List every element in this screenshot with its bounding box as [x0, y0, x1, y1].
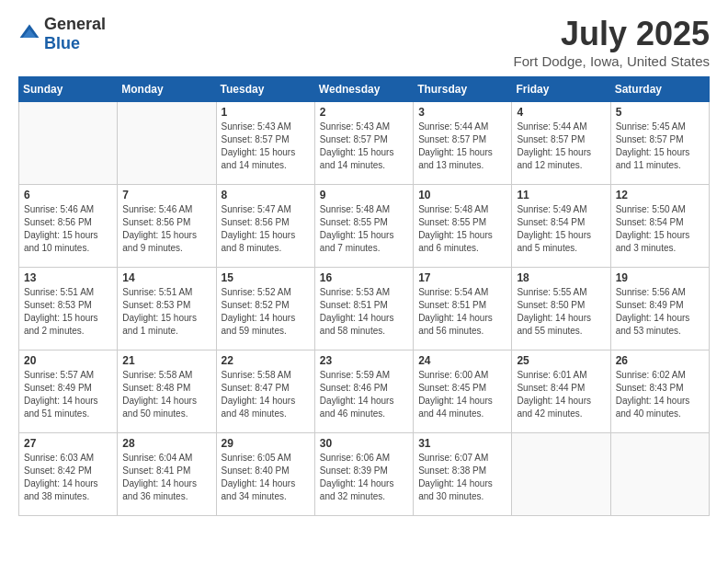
day-info: Sunrise: 5:48 AMSunset: 8:55 PMDaylight:… — [320, 203, 408, 255]
col-sunday: Sunday — [19, 77, 118, 102]
day-number: 26 — [616, 354, 704, 367]
day-info: Sunrise: 5:51 AMSunset: 8:53 PMDaylight:… — [24, 286, 112, 338]
day-info: Sunrise: 5:51 AMSunset: 8:53 PMDaylight:… — [122, 286, 210, 338]
day-number: 18 — [517, 271, 605, 284]
calendar-week-row: 20Sunrise: 5:57 AMSunset: 8:49 PMDayligh… — [19, 350, 710, 433]
main-title: July 2025 — [514, 15, 710, 53]
day-info: Sunrise: 5:58 AMSunset: 8:48 PMDaylight:… — [122, 369, 210, 420]
logo-general: General — [44, 15, 106, 33]
day-number: 16 — [320, 271, 408, 284]
day-number: 4 — [517, 106, 605, 119]
day-info: Sunrise: 5:46 AMSunset: 8:56 PMDaylight:… — [24, 203, 112, 255]
table-row: 29Sunrise: 6:05 AMSunset: 8:40 PMDayligh… — [216, 433, 314, 516]
day-number: 31 — [418, 437, 506, 450]
day-info: Sunrise: 5:57 AMSunset: 8:49 PMDaylight:… — [24, 369, 112, 420]
table-row: 3Sunrise: 5:44 AMSunset: 8:57 PMDaylight… — [414, 102, 512, 185]
day-number: 22 — [222, 354, 310, 367]
day-info: Sunrise: 6:06 AMSunset: 8:39 PMDaylight:… — [320, 452, 408, 503]
col-wednesday: Wednesday — [314, 77, 413, 102]
table-row: 25Sunrise: 6:01 AMSunset: 8:44 PMDayligh… — [512, 350, 610, 433]
logo: General Blue — [18, 15, 106, 53]
col-monday: Monday — [118, 77, 216, 102]
day-info: Sunrise: 5:43 AMSunset: 8:57 PMDaylight:… — [320, 121, 408, 172]
day-info: Sunrise: 6:04 AMSunset: 8:41 PMDaylight:… — [122, 452, 210, 503]
table-row — [118, 102, 216, 185]
day-info: Sunrise: 5:46 AMSunset: 8:56 PMDaylight:… — [122, 203, 210, 255]
table-row: 2Sunrise: 5:43 AMSunset: 8:57 PMDaylight… — [314, 102, 413, 185]
day-info: Sunrise: 5:43 AMSunset: 8:57 PMDaylight:… — [222, 121, 310, 172]
logo-icon — [18, 23, 40, 45]
day-info: Sunrise: 6:03 AMSunset: 8:42 PMDaylight:… — [24, 452, 112, 503]
col-tuesday: Tuesday — [216, 77, 314, 102]
table-row: 26Sunrise: 6:02 AMSunset: 8:43 PMDayligh… — [610, 350, 709, 433]
table-row: 4Sunrise: 5:44 AMSunset: 8:57 PMDaylight… — [512, 102, 610, 185]
day-info: Sunrise: 5:55 AMSunset: 8:50 PMDaylight:… — [517, 286, 605, 338]
day-info: Sunrise: 5:44 AMSunset: 8:57 PMDaylight:… — [418, 121, 506, 172]
table-row — [610, 433, 709, 516]
calendar-table: Sunday Monday Tuesday Wednesday Thursday… — [18, 76, 710, 516]
day-number: 5 — [616, 106, 704, 119]
col-saturday: Saturday — [610, 77, 709, 102]
logo-text: General Blue — [44, 15, 106, 53]
table-row: 31Sunrise: 6:07 AMSunset: 8:38 PMDayligh… — [414, 433, 512, 516]
day-number: 15 — [222, 271, 310, 284]
day-number: 6 — [24, 189, 112, 201]
day-number: 23 — [320, 354, 408, 367]
logo-blue: Blue — [44, 34, 80, 52]
day-number: 13 — [24, 271, 112, 284]
day-number: 11 — [517, 189, 605, 201]
day-info: Sunrise: 5:50 AMSunset: 8:54 PMDaylight:… — [616, 203, 704, 255]
day-info: Sunrise: 5:52 AMSunset: 8:52 PMDaylight:… — [222, 286, 310, 338]
subtitle: Fort Dodge, Iowa, United States — [514, 53, 710, 69]
day-number: 9 — [320, 189, 408, 201]
day-number: 25 — [517, 354, 605, 367]
col-thursday: Thursday — [414, 77, 512, 102]
calendar-week-row: 27Sunrise: 6:03 AMSunset: 8:42 PMDayligh… — [19, 433, 710, 516]
day-info: Sunrise: 5:48 AMSunset: 8:55 PMDaylight:… — [418, 203, 506, 255]
day-info: Sunrise: 6:00 AMSunset: 8:45 PMDaylight:… — [418, 369, 506, 420]
table-row: 19Sunrise: 5:56 AMSunset: 8:49 PMDayligh… — [610, 268, 709, 350]
day-info: Sunrise: 6:07 AMSunset: 8:38 PMDaylight:… — [418, 452, 506, 503]
table-row — [512, 433, 610, 516]
day-number: 1 — [222, 106, 310, 119]
table-row: 7Sunrise: 5:46 AMSunset: 8:56 PMDaylight… — [118, 185, 216, 268]
day-number: 21 — [122, 354, 210, 367]
day-number: 12 — [616, 189, 704, 201]
table-row: 23Sunrise: 5:59 AMSunset: 8:46 PMDayligh… — [314, 350, 413, 433]
table-row: 15Sunrise: 5:52 AMSunset: 8:52 PMDayligh… — [216, 268, 314, 350]
day-info: Sunrise: 5:45 AMSunset: 8:57 PMDaylight:… — [616, 121, 704, 172]
table-row: 14Sunrise: 5:51 AMSunset: 8:53 PMDayligh… — [118, 268, 216, 350]
header-row: Sunday Monday Tuesday Wednesday Thursday… — [19, 77, 710, 102]
day-number: 10 — [418, 189, 506, 201]
table-row: 16Sunrise: 5:53 AMSunset: 8:51 PMDayligh… — [314, 268, 413, 350]
table-row: 17Sunrise: 5:54 AMSunset: 8:51 PMDayligh… — [414, 268, 512, 350]
day-info: Sunrise: 6:02 AMSunset: 8:43 PMDaylight:… — [616, 369, 704, 420]
day-number: 29 — [222, 437, 310, 450]
table-row: 30Sunrise: 6:06 AMSunset: 8:39 PMDayligh… — [314, 433, 413, 516]
day-number: 7 — [122, 189, 210, 201]
table-row: 27Sunrise: 6:03 AMSunset: 8:42 PMDayligh… — [19, 433, 118, 516]
day-number: 27 — [24, 437, 112, 450]
day-info: Sunrise: 5:53 AMSunset: 8:51 PMDaylight:… — [320, 286, 408, 338]
day-number: 17 — [418, 271, 506, 284]
table-row: 9Sunrise: 5:48 AMSunset: 8:55 PMDaylight… — [314, 185, 413, 268]
table-row: 1Sunrise: 5:43 AMSunset: 8:57 PMDaylight… — [216, 102, 314, 185]
table-row: 6Sunrise: 5:46 AMSunset: 8:56 PMDaylight… — [19, 185, 118, 268]
table-row: 24Sunrise: 6:00 AMSunset: 8:45 PMDayligh… — [414, 350, 512, 433]
day-info: Sunrise: 5:59 AMSunset: 8:46 PMDaylight:… — [320, 369, 408, 420]
table-row: 22Sunrise: 5:58 AMSunset: 8:47 PMDayligh… — [216, 350, 314, 433]
table-row: 18Sunrise: 5:55 AMSunset: 8:50 PMDayligh… — [512, 268, 610, 350]
table-row — [19, 102, 118, 185]
table-row: 20Sunrise: 5:57 AMSunset: 8:49 PMDayligh… — [19, 350, 118, 433]
day-number: 24 — [418, 354, 506, 367]
title-block: July 2025 Fort Dodge, Iowa, United State… — [514, 15, 710, 69]
calendar-week-row: 13Sunrise: 5:51 AMSunset: 8:53 PMDayligh… — [19, 268, 710, 350]
table-row: 13Sunrise: 5:51 AMSunset: 8:53 PMDayligh… — [19, 268, 118, 350]
calendar-week-row: 1Sunrise: 5:43 AMSunset: 8:57 PMDaylight… — [19, 102, 710, 185]
day-number: 14 — [122, 271, 210, 284]
table-row: 10Sunrise: 5:48 AMSunset: 8:55 PMDayligh… — [414, 185, 512, 268]
table-row: 21Sunrise: 5:58 AMSunset: 8:48 PMDayligh… — [118, 350, 216, 433]
day-info: Sunrise: 5:47 AMSunset: 8:56 PMDaylight:… — [222, 203, 310, 255]
day-info: Sunrise: 5:58 AMSunset: 8:47 PMDaylight:… — [222, 369, 310, 420]
day-number: 30 — [320, 437, 408, 450]
